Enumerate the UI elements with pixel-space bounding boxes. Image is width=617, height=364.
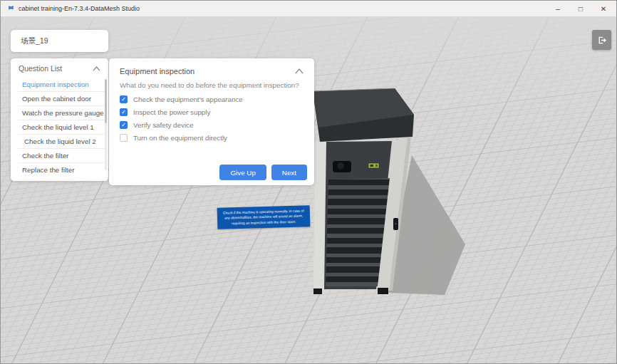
question-list-item-label: Check the liquid level 1 [22, 123, 94, 131]
scrollbar-thumb[interactable] [105, 79, 107, 123]
question-list-item[interactable]: Replace the filter [18, 162, 105, 177]
option-label: Turn on the equipment directly [133, 134, 227, 142]
scene-tooltip: Check if the machine is operating normal… [217, 205, 311, 229]
option-label: Inspect the power supply [133, 108, 210, 116]
quiz-panel: Equipment inspection What do you need to… [109, 58, 314, 185]
quiz-option-row: Verify safety device [120, 121, 304, 129]
quiz-option-row: Inspect the power supply [120, 108, 304, 116]
checkbox[interactable] [120, 134, 128, 142]
maximize-button[interactable]: □ [569, 1, 592, 16]
scrollbar-track[interactable] [105, 79, 107, 170]
question-list-item-label: Open the cabinet door [22, 95, 91, 103]
chevron-up-icon[interactable] [295, 68, 304, 74]
question-list-item[interactable]: Check the liquid level 2 [18, 134, 105, 148]
question-list-title: Question List [19, 64, 62, 73]
option-label: Check the equipment's appearance [133, 95, 243, 103]
quiz-option-row: Check the equipment's appearance [120, 95, 304, 103]
title-bar: cabinet training-En-7.3.4-DataMesh Studi… [1, 1, 616, 17]
checkbox[interactable] [120, 121, 128, 129]
exit-icon [596, 35, 607, 46]
question-list-item-label: Replace the filter [22, 166, 75, 174]
quiz-options: Check the equipment's appearance Inspect… [120, 95, 304, 142]
app-logo-icon [7, 5, 14, 12]
question-list-item-label: Watch the pressure gauge [22, 109, 104, 117]
chevron-up-icon[interactable] [93, 66, 100, 71]
viewport-3d: Check if the machine is operating normal… [1, 17, 617, 364]
question-list-item[interactable]: Open the cabinet door [18, 91, 105, 105]
give-up-button[interactable]: Give Up [219, 165, 266, 180]
option-label: Verify safety device [133, 121, 193, 129]
app-window: cabinet training-En-7.3.4-DataMesh Studi… [0, 0, 617, 364]
question-list-item-label: Check the filter [22, 152, 68, 160]
question-list-panel: Question List Equipment inspection Open … [11, 58, 108, 181]
checkbox[interactable] [120, 108, 128, 116]
checkbox[interactable] [120, 95, 128, 103]
cabinet-3d-model[interactable] [300, 80, 475, 315]
quiz-option-row: Turn on the equipment directly [120, 134, 304, 142]
window-title: cabinet training-En-7.3.4-DataMesh Studi… [19, 5, 140, 12]
quiz-title: Equipment inspection [120, 67, 195, 76]
exit-button[interactable] [592, 30, 611, 50]
close-button[interactable]: ✕ [592, 1, 615, 16]
question-list-item[interactable]: Equipment inspection [18, 78, 105, 91]
next-button[interactable]: Next [271, 165, 307, 180]
scene-name-chip: 场景_19 [11, 30, 108, 52]
question-list-item[interactable]: Watch the pressure gauge [18, 105, 105, 120]
question-list: Equipment inspection Open the cabinet do… [18, 78, 105, 177]
question-list-item[interactable]: Check the filter [18, 148, 105, 162]
question-list-item[interactable]: Check the liquid level 1 [18, 120, 105, 134]
question-list-item-label: Equipment inspection [22, 80, 89, 88]
question-list-item-label: Check the liquid level 2 [24, 137, 96, 145]
scene-name: 场景_19 [21, 36, 48, 46]
minimize-button[interactable]: – [546, 1, 569, 16]
quiz-question: What do you need to do before the equipm… [120, 81, 304, 89]
